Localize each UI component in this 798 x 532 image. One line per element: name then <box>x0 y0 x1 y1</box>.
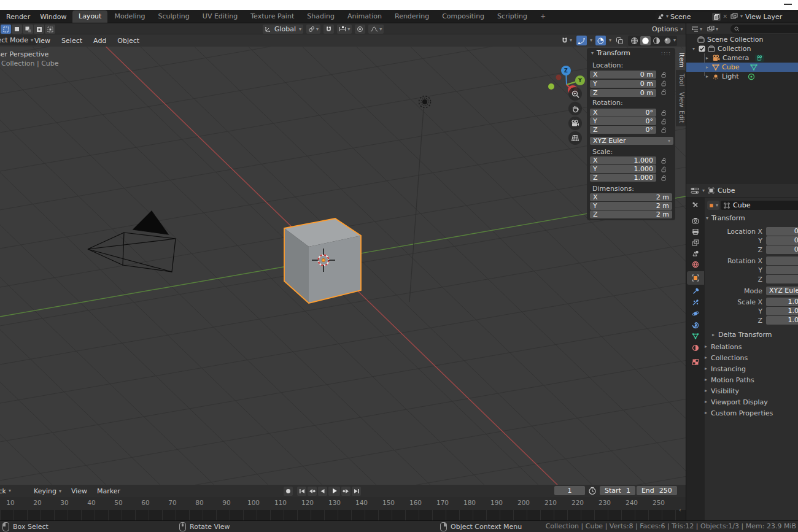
new-scene-button[interactable] <box>712 13 721 21</box>
current-frame-field[interactable]: 1 <box>554 486 585 495</box>
workspace-tab[interactable]: Texture Paint <box>244 10 300 23</box>
workspace-tab[interactable]: + <box>534 10 552 23</box>
select-invert-button[interactable] <box>34 25 44 34</box>
jump-to-end-button[interactable] <box>352 487 361 496</box>
collapsed-panel[interactable]: ▸ Collections <box>705 352 773 363</box>
proportional-falloff-dropdown[interactable]: ▾ <box>368 25 384 34</box>
delete-scene-button[interactable]: ✕ <box>722 13 727 20</box>
menu-object[interactable]: Object <box>117 37 139 45</box>
properties-tab-object[interactable] <box>687 271 704 285</box>
select-intersect-button[interactable] <box>45 25 55 34</box>
collapsed-panel[interactable]: ▸ Custom Properties <box>705 407 773 418</box>
outliner-search[interactable] <box>730 25 798 33</box>
zoom-button[interactable] <box>568 87 582 101</box>
shading-wireframe-button[interactable] <box>629 36 640 45</box>
outliner-row-collection[interactable]: ▾ Collection <box>686 44 798 53</box>
options-dropdown[interactable]: Options ▾ <box>652 25 683 34</box>
scene-canvas[interactable] <box>0 34 686 485</box>
timeline-track-area[interactable] <box>0 510 686 520</box>
property-row[interactable]: Scale X1.000 <box>706 298 798 306</box>
unlock-icon[interactable] <box>661 110 667 116</box>
disclosure-expanded-icon[interactable]: ▾ <box>691 46 696 52</box>
property-row[interactable]: Y0° <box>706 266 798 274</box>
shading-rendered-button[interactable] <box>662 36 673 45</box>
collapsed-panel[interactable]: ▸ Viewport Display <box>705 396 773 407</box>
menu-add[interactable]: Add <box>93 37 106 45</box>
npanel-tab-tool[interactable]: Tool <box>676 70 686 90</box>
shading-material-button[interactable] <box>651 36 662 45</box>
gizmos-toggle[interactable] <box>576 36 587 45</box>
dimension-field[interactable]: Y2 m <box>590 202 672 210</box>
disclosure-collapsed-icon[interactable]: ▸ <box>705 55 710 61</box>
workspace-tab[interactable]: UV Editing <box>196 10 244 23</box>
light-data-icon[interactable] <box>748 73 755 80</box>
properties-tab-tool[interactable] <box>687 198 704 212</box>
property-row[interactable]: Z0° <box>706 275 798 283</box>
timeline-collapse-icon[interactable]: ‹ <box>679 507 681 513</box>
property-row[interactable]: Y0 m <box>706 236 798 245</box>
workspace-tab[interactable]: Modeling <box>108 10 151 23</box>
scale-field[interactable]: Z1.000 <box>590 174 656 182</box>
collapsed-panel[interactable]: ▸ Visibility <box>705 385 773 396</box>
panel-drag-handle[interactable]: :::: <box>661 50 671 56</box>
rotation-field[interactable]: Y0° <box>590 117 656 125</box>
auto-keying-button[interactable] <box>284 487 293 496</box>
workspace-tab[interactable]: Layout <box>72 10 107 23</box>
workspace-tab[interactable]: Compositing <box>436 10 490 23</box>
location-field[interactable]: Z0 m <box>590 89 656 97</box>
properties-tab-texture[interactable] <box>687 355 704 369</box>
viewport-3d[interactable]: Object Mode ▾ View Select Add Object ▾ ▾… <box>0 34 686 485</box>
properties-tab-world[interactable] <box>687 258 704 271</box>
scale-field[interactable]: Y1.000 <box>590 165 656 173</box>
collapsed-panel[interactable]: ▸ Relations <box>705 341 773 352</box>
snap-magnet-toggle[interactable]: ▾ <box>560 36 573 45</box>
end-frame-field[interactable]: End250 <box>637 486 677 495</box>
property-row[interactable]: Z1.000 <box>706 316 798 325</box>
dimension-field[interactable]: Z2 m <box>590 210 672 218</box>
unlock-icon[interactable] <box>661 127 667 133</box>
location-field[interactable]: X0 m <box>590 71 656 79</box>
unlock-icon[interactable] <box>661 72 667 78</box>
unlock-icon[interactable] <box>661 118 667 125</box>
snap-magnet-toggle[interactable] <box>323 25 334 34</box>
view-layer-selector[interactable]: ▾ View Layer <box>729 12 798 21</box>
rotation-field[interactable]: X0° <box>590 109 656 117</box>
outliner-row-camera[interactable]: ▸ Camera <box>686 53 798 63</box>
disclosure-collapsed-icon[interactable]: ▸ <box>705 74 710 79</box>
menu-window[interactable]: Window <box>40 13 66 21</box>
menu-view[interactable]: View <box>34 37 50 45</box>
object-browse-dropdown[interactable]: ▾ <box>707 201 719 210</box>
camera-data-badge[interactable] <box>755 55 764 62</box>
npanel-tab-item[interactable]: Item <box>676 49 686 71</box>
shading-solid-button[interactable] <box>640 36 651 45</box>
gizmo-neg-axis-ball[interactable] <box>556 75 562 80</box>
outliner-row-scene-collection[interactable]: Scene Collection <box>686 35 798 44</box>
unlock-icon[interactable] <box>661 175 667 181</box>
object-name-field[interactable]: Cube <box>721 201 798 210</box>
menu-render[interactable]: Render <box>6 13 30 21</box>
collapsed-panel[interactable]: ▸ Motion Paths <box>705 374 773 385</box>
start-frame-field[interactable]: Start1 <box>600 486 635 495</box>
unlock-icon[interactable] <box>661 89 667 95</box>
keying-dropdown[interactable]: Keying▾ <box>34 487 61 495</box>
scale-field[interactable]: X1.000 <box>590 156 656 164</box>
scene-selector[interactable]: ▾ Scene ✕ <box>656 12 729 21</box>
dimension-field[interactable]: X2 m <box>590 193 672 201</box>
next-keyframe-button[interactable] <box>341 487 351 496</box>
unlock-icon[interactable] <box>661 158 667 164</box>
property-row[interactable]: Rotation X0° <box>706 256 798 265</box>
select-subtract-button[interactable] <box>23 25 33 34</box>
property-row[interactable]: Location X0 m <box>706 227 798 236</box>
mesh-data-icon[interactable] <box>750 64 757 71</box>
select-set-button[interactable] <box>1 25 11 34</box>
checkbox-checked-icon[interactable] <box>699 45 705 52</box>
menu-marker[interactable]: Marker <box>97 487 120 495</box>
snap-target-dropdown[interactable]: ▾ <box>306 25 320 34</box>
disclosure-collapsed-icon[interactable]: ▸ <box>705 64 710 70</box>
workspace-tab[interactable]: Animation <box>341 10 388 23</box>
proportional-editing-toggle[interactable] <box>355 25 365 34</box>
mode-dropdown[interactable]: Object Mode ▾ <box>0 35 37 45</box>
prev-keyframe-button[interactable] <box>308 487 317 496</box>
playback-dropdown[interactable]: Playback ▾ <box>0 486 11 496</box>
rotation-field[interactable]: Z0° <box>590 126 656 134</box>
